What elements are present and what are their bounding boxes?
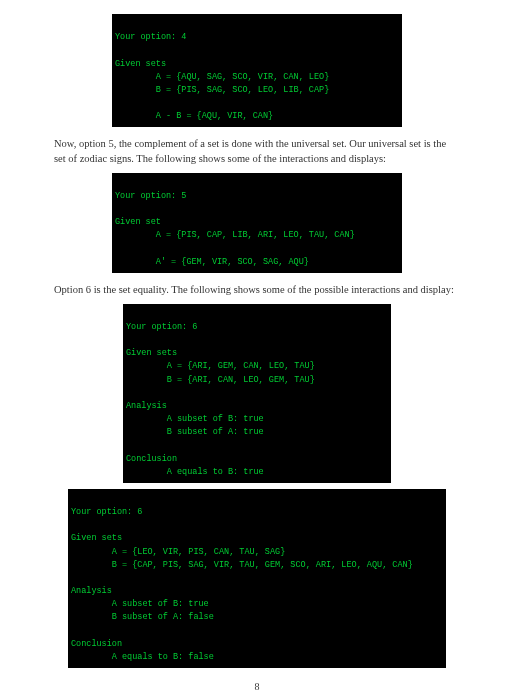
terminal-line: Your option: 4: [115, 32, 186, 42]
terminal-output-equality-false: Your option: 6 Given sets A = {LEO, VIR,…: [68, 489, 446, 668]
terminal-line: Your option: 6: [126, 322, 197, 332]
terminal-line: A subset of B: true: [71, 599, 209, 609]
page-number: 8: [0, 681, 514, 692]
terminal-line: [71, 573, 76, 583]
terminal-line: [126, 388, 131, 398]
terminal-line: Conclusion: [126, 454, 177, 464]
terminal-line: Given sets: [115, 59, 166, 69]
terminal-line: [126, 335, 131, 345]
terminal-line: [71, 520, 76, 530]
terminal-line: A - B = {AQU, VIR, CAN}: [115, 111, 273, 121]
terminal-output-equality-true: Your option: 6 Given sets A = {ARI, GEM,…: [123, 304, 391, 483]
terminal-line: [115, 98, 120, 108]
terminal-line: B subset of A: false: [71, 612, 214, 622]
terminal-line: B = {ARI, CAN, LEO, GEM, TAU}: [126, 375, 315, 385]
terminal-line: [71, 626, 76, 636]
terminal-line: Given sets: [71, 533, 122, 543]
terminal-line: A = {ARI, GEM, CAN, LEO, TAU}: [126, 361, 315, 371]
terminal-line: A equals to B: true: [126, 467, 264, 477]
terminal-line: A' = {GEM, VIR, SCO, SAG, AQU}: [115, 257, 309, 267]
terminal-line: Given sets: [126, 348, 177, 358]
terminal-line: A subset of B: true: [126, 414, 264, 424]
terminal-line: Conclusion: [71, 639, 122, 649]
terminal-line: [115, 45, 120, 55]
terminal-line: [126, 440, 131, 450]
document-page: Your option: 4 Given sets A = {AQU, SAG,…: [0, 0, 514, 700]
terminal-output-complement: Your option: 5 Given set A = {PIS, CAP, …: [112, 173, 402, 273]
terminal-line: B subset of A: true: [126, 427, 264, 437]
terminal-line: [115, 244, 120, 254]
terminal-line: B = {CAP, PIS, SAG, VIR, TAU, GEM, SCO, …: [71, 560, 413, 570]
terminal-line: Your option: 5: [115, 191, 186, 201]
terminal-line: Your option: 6: [71, 507, 142, 517]
terminal-line: [115, 204, 120, 214]
terminal-line: Analysis: [126, 401, 167, 411]
terminal-line: A = {PIS, CAP, LIB, ARI, LEO, TAU, CAN}: [115, 230, 355, 240]
terminal-line: B = {PIS, SAG, SCO, LEO, LIB, CAP}: [115, 85, 329, 95]
terminal-line: A = {AQU, SAG, SCO, VIR, CAN, LEO}: [115, 72, 329, 82]
terminal-line: Analysis: [71, 586, 112, 596]
paragraph-complement: Now, option 5, the complement of a set i…: [54, 137, 460, 166]
paragraph-equality: Option 6 is the set equality. The follow…: [54, 283, 460, 298]
terminal-line: A = {LEO, VIR, PIS, CAN, TAU, SAG}: [71, 547, 285, 557]
terminal-line: A equals to B: false: [71, 652, 214, 662]
terminal-line: Given set: [115, 217, 161, 227]
terminal-output-diff: Your option: 4 Given sets A = {AQU, SAG,…: [112, 14, 402, 127]
